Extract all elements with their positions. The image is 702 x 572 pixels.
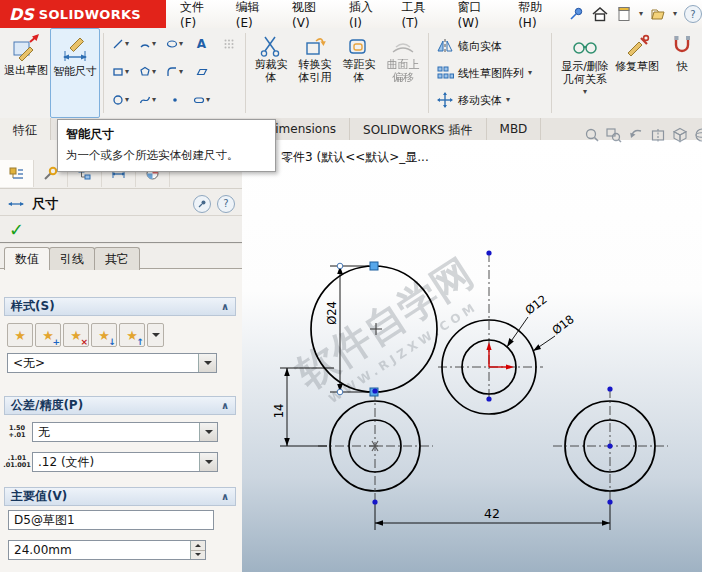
offset-entities-button[interactable]: 等距实体: [337, 28, 381, 118]
move-entities-button[interactable]: 移动实体 ▾: [434, 89, 546, 111]
fillet-caret-icon[interactable]: ▾: [179, 68, 183, 76]
mirror-entities-button[interactable]: 镜向实体: [434, 35, 546, 57]
apply-default-style-button[interactable]: ★: [7, 323, 33, 347]
tolerance-section-header[interactable]: 公差/精度(P) ∧: [4, 396, 236, 415]
style-section-header[interactable]: 样式(S) ∧: [4, 297, 236, 316]
collapse-chevron-icon[interactable]: ∧: [221, 491, 229, 502]
ok-button[interactable]: ✓: [9, 221, 24, 239]
rectangle-caret-icon[interactable]: ▾: [125, 68, 129, 76]
zoom-fit-icon[interactable]: [584, 127, 600, 143]
tab-other[interactable]: 其它: [94, 247, 140, 270]
open-document-icon[interactable]: [650, 6, 666, 22]
point-tool-button[interactable]: [169, 94, 181, 106]
spin-down-button[interactable]: [191, 551, 205, 560]
tooltip-body: 为一个或多个所选实体创建尺寸。: [66, 148, 267, 163]
help-icon[interactable]: ?: [684, 5, 702, 23]
dimension-d18[interactable]: [533, 336, 555, 351]
save-style-button[interactable]: ★↓: [91, 323, 117, 347]
slot-caret-icon[interactable]: ▾: [206, 96, 210, 104]
home-icon[interactable]: [591, 6, 609, 22]
move-entities-label: 移动实体: [458, 93, 502, 108]
tab-leaders[interactable]: 引线: [49, 247, 95, 270]
tab-mbd[interactable]: MBD: [487, 118, 542, 140]
tolerance-dropdown[interactable]: 无: [32, 422, 218, 442]
precision-dropdown[interactable]: .12 (文件): [32, 452, 218, 472]
repair-sketch-button[interactable]: 修复草图: [615, 28, 659, 118]
save-overlay-icon: ↓: [108, 337, 116, 347]
section-view-icon[interactable]: [650, 127, 666, 143]
tolerance-dropdown-button[interactable]: [199, 423, 217, 441]
linear-pattern-caret-icon[interactable]: ▾: [528, 69, 532, 77]
tab-value[interactable]: 数值: [4, 247, 50, 270]
dimension-value-text: 24.00mm: [14, 543, 72, 557]
ellipse-caret-icon[interactable]: ▾: [179, 40, 183, 48]
dim-text-d24[interactable]: Ø24: [325, 301, 339, 325]
rectangle-tool-button[interactable]: ▾: [112, 66, 129, 78]
offset-entities-icon: [347, 34, 371, 58]
dim-text-d12[interactable]: Ø12: [522, 292, 549, 317]
style-dropdown[interactable]: <无>: [7, 353, 217, 373]
circle-tool-button[interactable]: ▾: [112, 94, 129, 106]
new-document-caret-icon[interactable]: ▾: [639, 10, 643, 18]
trim-entities-button[interactable]: 剪裁实体: [249, 28, 293, 118]
line-caret-icon[interactable]: ▾: [125, 40, 129, 48]
move-entities-caret-icon[interactable]: ▾: [506, 96, 510, 104]
dimension-d12[interactable]: [507, 317, 528, 347]
precision-dropdown-button[interactable]: [199, 453, 217, 471]
repair-sketch-icon: [624, 33, 650, 59]
dimension-value-input[interactable]: 24.00mm: [8, 540, 206, 560]
dimension-name-input[interactable]: D5@草图1: [8, 510, 214, 530]
zoom-area-icon[interactable]: [606, 127, 622, 143]
style-dropdown-button[interactable]: [198, 354, 216, 372]
keep-visible-pin-icon[interactable]: [193, 195, 211, 213]
open-document-caret-icon[interactable]: ▾: [673, 10, 677, 18]
ellipse-tool-button[interactable]: ▾: [166, 38, 183, 50]
line-tool-button[interactable]: ▾: [112, 38, 129, 50]
confirm-row: ✓: [0, 218, 242, 244]
delete-style-button[interactable]: ★×: [63, 323, 89, 347]
primary-value-section-header[interactable]: 主要值(V) ∧: [4, 487, 236, 506]
arc-caret-icon[interactable]: ▾: [152, 40, 156, 48]
tab-features[interactable]: 特征: [0, 118, 51, 140]
fillet-tool-button[interactable]: ▾: [166, 66, 183, 78]
property-help-icon[interactable]: ?: [217, 195, 235, 213]
trim-entities-label: 剪裁实体: [250, 59, 292, 84]
feature-manager-tab[interactable]: [0, 160, 34, 187]
add-style-button[interactable]: ★+: [35, 323, 61, 347]
sketch-picture-button[interactable]: [223, 38, 235, 50]
circle-caret-icon[interactable]: ▾: [125, 96, 129, 104]
previous-view-icon[interactable]: [628, 127, 644, 143]
exit-sketch-button[interactable]: 退出草图: [2, 28, 50, 118]
load-style-button[interactable]: ★↑: [119, 323, 145, 347]
view-orientation-icon[interactable]: [672, 127, 688, 143]
graphics-area[interactable]: 软件自学网 WWW.RJZXW.COM: [242, 140, 702, 572]
arc-tool-button[interactable]: ▾: [139, 38, 156, 50]
plane-tool-button[interactable]: [196, 66, 208, 78]
polygon-caret-icon[interactable]: ▾: [152, 68, 156, 76]
tab-solidworks-addins[interactable]: SOLIDWORKS 插件: [350, 118, 486, 140]
dim-text-14[interactable]: 14: [272, 404, 286, 419]
text-tool-button[interactable]: A: [197, 37, 206, 51]
display-delete-relations-button[interactable]: 显示/删除几何关系 ▾: [555, 28, 615, 118]
dim-text-d18[interactable]: Ø18: [549, 312, 576, 337]
polygon-tool-button[interactable]: ▾: [139, 66, 156, 78]
relations-caret-icon[interactable]: ▾: [583, 88, 587, 96]
convert-entities-button[interactable]: 转换实体引用: [293, 28, 337, 118]
new-document-icon[interactable]: [616, 6, 632, 22]
linear-sketch-pattern-button[interactable]: 线性草图阵列 ▾: [434, 62, 546, 84]
quick-snaps-button[interactable]: 快: [659, 28, 702, 118]
spin-up-button[interactable]: [191, 541, 205, 551]
collapse-chevron-icon[interactable]: ∧: [221, 400, 229, 411]
style-menu-button[interactable]: [147, 323, 164, 347]
slot-tool-button[interactable]: ▾: [193, 94, 210, 106]
dim-text-42[interactable]: 42: [484, 506, 500, 521]
offset-on-surface-button[interactable]: 曲面上偏移: [381, 28, 425, 118]
spline-caret-icon[interactable]: ▾: [152, 96, 156, 104]
smart-dimension-button[interactable]: 智能尺寸: [50, 28, 100, 118]
display-style-icon[interactable]: [694, 127, 702, 143]
sketch-canvas[interactable]: 软件自学网 WWW.RJZXW.COM: [242, 140, 702, 572]
collapse-chevron-icon[interactable]: ∧: [221, 301, 229, 312]
solidworks-window: DS SOLIDWORKS 文件(F) 编辑(E) 视图(V) 插入(I) 工具…: [0, 0, 702, 572]
spline-tool-button[interactable]: ▾: [139, 94, 156, 106]
pushpin-icon[interactable]: [568, 6, 584, 22]
